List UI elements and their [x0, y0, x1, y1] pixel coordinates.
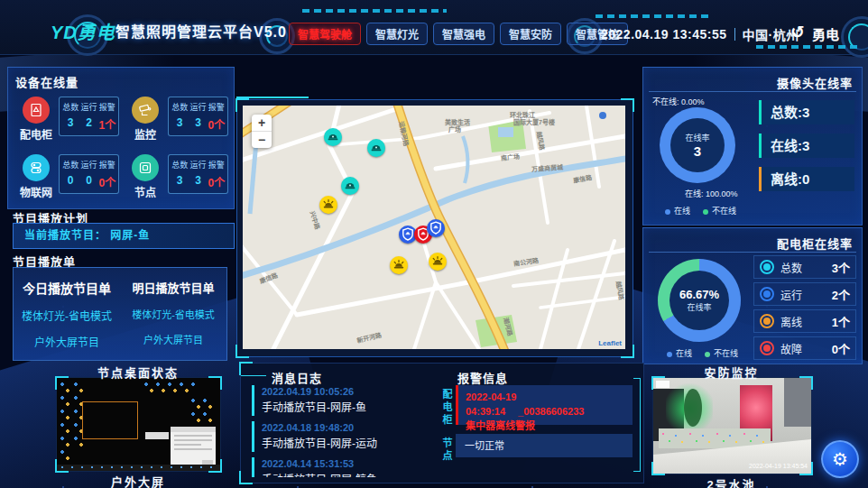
tab-cockpit[interactable]: 智慧驾驶舱 — [289, 23, 361, 45]
playlist-box: 今日播放节目单 楼体灯光-省电模式 户外大屏节目 明日播放节目单 楼体灯光-省电… — [13, 267, 227, 361]
settings-gear-button[interactable]: ⚙ — [821, 440, 859, 478]
security-camera-feed[interactable]: 2022-04-19 13:45:54 — [652, 377, 812, 474]
device-stats: 总数运行报警 321个 — [59, 97, 119, 136]
col-running: 运行 — [189, 159, 207, 170]
map-marker-camera-icon[interactable] — [367, 139, 385, 157]
camera-rate-panel: 摄像头在线率 不在线: 0.00% 在线率 3 在线: 100.00% 在线 不… — [642, 67, 863, 226]
corner-bracket — [235, 98, 249, 112]
log-entry: 2022.04.19 10:05:26 手动播放节目-网屏-鱼 — [252, 385, 434, 416]
dash-decoration — [596, 14, 713, 18]
log-entry: 2022.04.18 19:48:20 手动播放节目-网屏-运动 — [252, 421, 434, 452]
fault-icon — [760, 341, 774, 355]
device-stats: 总数运行报警 000个 — [59, 154, 119, 194]
playlist-tomorrow: 明日播放节目单 楼体灯光-省电模式 户外大屏节目 — [120, 268, 226, 360]
playlist-today-heading[interactable]: 今日播放节目单 — [14, 279, 120, 297]
col-running: 运行 — [189, 101, 207, 113]
device-cell-cabinet: 配电柜 总数运行报警 321个 — [14, 91, 121, 147]
current-program-label: 当前播放节目： — [24, 229, 106, 242]
stat-online: 在线:3 — [759, 134, 854, 158]
legend-online: 在线 — [665, 205, 690, 216]
alarm-entry-node: 一切正常 — [456, 434, 633, 457]
stat-offline: 离线:0 — [759, 167, 854, 191]
back-icon[interactable]: ↺ — [790, 22, 805, 42]
map-street-label: 越风路 — [535, 131, 547, 151]
val-total: 3 — [61, 116, 79, 132]
camera-stats: 总数:3 在线:3 离线:0 — [759, 100, 854, 200]
total-icon — [760, 260, 774, 274]
cabinet-row-running: 运行2个 — [753, 282, 856, 306]
desktop-taskbar — [57, 465, 220, 471]
map-street-label: 南广场 — [501, 152, 521, 162]
val-alarm: 0个 — [208, 174, 226, 189]
cabinet-legend: 在线 不在线 — [667, 347, 738, 359]
alarm-device-id: _00386606233 — [518, 406, 584, 417]
val-total: 0 — [61, 174, 79, 189]
donut-center-label: 在线率 — [685, 132, 709, 143]
val-running: 3 — [189, 174, 207, 189]
current-program-value: 网屏-鱼 — [110, 229, 150, 242]
camera-rate-title: 摄像头在线率 — [777, 74, 853, 91]
device-name: 节点 — [125, 184, 166, 199]
map-marker-light-icon[interactable] — [429, 253, 447, 271]
map-marker-shield-blue-icon[interactable] — [427, 219, 445, 237]
playlist-today: 今日播放节目单 楼体灯光-省电模式 户外大屏节目 — [14, 268, 120, 360]
divider — [241, 375, 266, 376]
corner-bracket — [235, 345, 249, 358]
col-running: 运行 — [79, 159, 97, 170]
datetime-display: 2022.04.19 13:45:55 中国·杭州 — [601, 25, 799, 43]
map-marker-light-icon[interactable] — [390, 256, 408, 274]
zoom-in-button[interactable]: + — [252, 115, 272, 132]
alarm-info-title: 报警信息 — [457, 369, 508, 386]
tab-power[interactable]: 智慧强电 — [433, 23, 494, 45]
col-alarm: 报警 — [98, 159, 116, 170]
donut-center-value: 3 — [694, 143, 701, 159]
camera-scene: 2022-04-19 13:45:54 — [653, 378, 811, 474]
dash-decoration — [302, 9, 447, 13]
donut-center-label: 在线率 — [687, 301, 711, 313]
map-marker-camera-icon[interactable] — [341, 177, 359, 195]
zoom-out-button[interactable]: − — [252, 132, 272, 148]
corner-bracket — [239, 362, 253, 375]
legend-online: 在线 — [667, 347, 692, 359]
device-name: 物联网 — [15, 184, 57, 199]
user-button[interactable]: 勇电 — [812, 24, 839, 43]
cctv-icon — [132, 97, 159, 124]
message-log-list: 2022.04.19 10:05:26 手动播放节目-网屏-鱼 2022.04.… — [252, 385, 434, 477]
tab-security[interactable]: 智慧安防 — [500, 23, 561, 45]
message-log-title: 消息日志 — [272, 369, 322, 386]
map-zoom-control: + − — [252, 115, 272, 148]
playlist-item: 户外大屏节目 — [14, 334, 120, 349]
map-street-label: 广场 — [448, 124, 461, 134]
desktop-panel-title: 节点桌面状态 — [56, 364, 220, 381]
col-total: 总数 — [171, 159, 189, 170]
map-overlay: 环北珠江国际大厦7号楼美致生活广场越风路南广场万盛商贸城康信路运粮河路兴中路康信… — [243, 106, 625, 349]
map-street-label: 万盛商贸城 — [531, 162, 564, 173]
device-stats: 总数运行报警 330个 — [168, 97, 228, 136]
security-panel-title: 安防监控 — [652, 364, 810, 381]
log-alarm-panel: 消息日志 2022.04.19 10:05:26 手动播放节目-网屏-鱼 202… — [240, 363, 644, 483]
device-online-title: 设备在线量 — [15, 73, 78, 90]
map-attribution[interactable]: Leaflet — [598, 339, 622, 347]
map-street-label: 康信路 — [572, 172, 592, 184]
map-street-label: 越风路 — [614, 281, 625, 300]
cabinet-icon — [23, 97, 50, 124]
playlist-tomorrow-heading[interactable]: 明日播放节目单 — [120, 279, 226, 296]
header-bar: YD勇电® 智慧照明管理云平台V5.0 智慧驾驶舱 智慧灯光 智慧强电 智慧安防… — [0, 0, 868, 55]
scene-plant — [684, 389, 702, 427]
tab-lighting[interactable]: 智慧灯光 — [366, 23, 428, 45]
corner-bracket — [621, 98, 634, 112]
divider — [734, 28, 735, 41]
node-icon — [132, 154, 159, 181]
brand-logo: YD勇电® — [51, 18, 122, 44]
device-name: 配电柜 — [15, 126, 57, 142]
map-canvas[interactable]: 环北珠江国际大厦7号楼美致生活广场越风路南广场万盛商贸城康信路运粮河路兴中路康信… — [243, 106, 625, 349]
val-running: 3 — [189, 116, 207, 132]
corner-bracket — [55, 459, 69, 473]
header-emblem — [841, 16, 868, 58]
val-running: 0 — [79, 174, 97, 189]
divider — [649, 252, 856, 253]
node-desktop-screenshot[interactable] — [56, 377, 221, 472]
map-marker-camera-icon[interactable] — [324, 128, 342, 146]
cabinet-row-fault: 故障0个 — [753, 336, 856, 360]
map-marker-light-icon[interactable] — [319, 196, 337, 214]
